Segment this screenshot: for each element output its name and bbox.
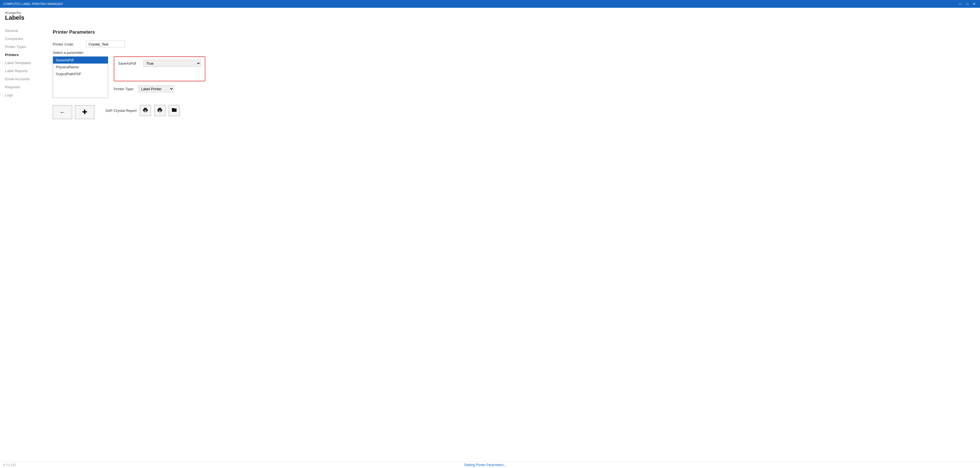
- print-button[interactable]: [154, 105, 165, 116]
- sap-crystal-row: SAP Crystal Report: [105, 105, 180, 116]
- param-item-outputpathpdf[interactable]: OutputPathPDF: [53, 70, 108, 78]
- status-end: ...: [504, 463, 506, 467]
- page-title: Printer Parameters: [53, 29, 972, 35]
- sidebar-item-email-accounts[interactable]: Email Accounts: [0, 75, 45, 83]
- status-bar: 4.7.1.137 Getting Printer Parameters...: [0, 462, 980, 468]
- content-area: Printer Parameters Printer Code: Select …: [45, 24, 980, 468]
- sidebar: General Companies Printer Types Printers…: [0, 24, 45, 468]
- maximize-button[interactable]: □: [965, 2, 969, 6]
- printer-code-row: Printer Code:: [53, 41, 972, 48]
- printer-icon: [157, 107, 162, 114]
- param-item-physicalname[interactable]: PhysicalName: [53, 64, 108, 70]
- minimize-button[interactable]: —: [958, 2, 963, 6]
- title-bar: COMPUTEC LABEL PRINTING MANAGER — □ ✕: [0, 0, 980, 8]
- back-icon: ←: [60, 109, 65, 115]
- sidebar-item-printers[interactable]: Printers: [0, 51, 45, 59]
- app-container: #CompuTec Labels General Companies Print…: [0, 8, 980, 468]
- sidebar-item-companies[interactable]: Companies: [0, 35, 45, 43]
- version-label: 4.7.1.137: [3, 463, 16, 466]
- param-value-select[interactable]: True False: [143, 60, 201, 67]
- select-parameter-label: Select a parameter:: [53, 51, 972, 55]
- sap-crystal-label: SAP Crystal Report: [105, 108, 137, 113]
- sidebar-item-requests[interactable]: Requests: [0, 83, 45, 91]
- logo-hash: #CompuTec: [5, 11, 975, 14]
- param-item-saveaspdf[interactable]: SaveAsPdf: [53, 57, 108, 64]
- parameter-list[interactable]: SaveAsPdf PhysicalName OutputPathPDF: [53, 56, 108, 98]
- sidebar-item-printer-types[interactable]: Printer Types: [0, 43, 45, 51]
- title-bar-text: COMPUTEC LABEL PRINTING MANAGER: [3, 2, 63, 6]
- logo-area: #CompuTec Labels: [0, 8, 980, 24]
- printer-code-label: Printer Code:: [53, 42, 86, 46]
- status-text: Getting Printer Parameters...: [464, 463, 507, 467]
- folder-button[interactable]: [169, 105, 180, 116]
- add-icon: ✚: [82, 108, 87, 116]
- back-button[interactable]: ←: [53, 105, 72, 119]
- status-highlight: Printer Parameters: [476, 463, 504, 467]
- sidebar-item-label-templates[interactable]: Label Templates: [0, 59, 45, 67]
- printer-type-select[interactable]: Label Printer PDF Printer Crystal Printe…: [138, 85, 174, 92]
- right-column: SaveAsPdf True False Printer Type: Label…: [114, 56, 205, 92]
- printer-code-input[interactable]: [86, 41, 125, 48]
- param-value-row: SaveAsPdf True False: [118, 60, 201, 67]
- crystal-print-button[interactable]: [140, 105, 151, 116]
- params-and-values: SaveAsPdf PhysicalName OutputPathPDF Sav…: [53, 56, 972, 98]
- action-buttons: ← ✚: [53, 105, 94, 119]
- printer-type-label: Printer Type:: [114, 87, 134, 91]
- window-controls: — □ ✕: [958, 2, 977, 6]
- print-icon: [143, 107, 148, 114]
- add-button[interactable]: ✚: [75, 105, 94, 119]
- printer-type-row: Printer Type: Label Printer PDF Printer …: [114, 85, 205, 92]
- folder-icon: [172, 107, 177, 114]
- sidebar-item-label-reports[interactable]: Label Reports: [0, 67, 45, 75]
- sidebar-item-general[interactable]: General: [0, 27, 45, 35]
- close-button[interactable]: ✕: [972, 2, 977, 6]
- sidebar-item-logs[interactable]: Logs: [0, 91, 45, 99]
- param-value-label: SaveAsPdf: [118, 61, 140, 65]
- bottom-row: ← ✚ SAP Crystal Report: [53, 101, 972, 119]
- status-getting-text: Getting: [464, 463, 476, 467]
- logo-label: Labels: [5, 14, 975, 21]
- main-layout: General Companies Printer Types Printers…: [0, 24, 980, 468]
- parameter-value-box: SaveAsPdf True False: [114, 56, 205, 81]
